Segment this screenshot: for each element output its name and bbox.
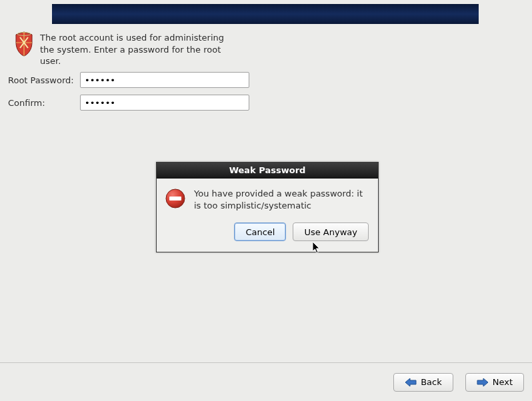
shield-icon: [13, 31, 35, 57]
root-password-label: Root Password:: [8, 75, 80, 85]
cancel-button-label: Cancel: [245, 227, 275, 237]
use-anyway-button-label: Use Anyway: [304, 227, 357, 237]
header-banner: [52, 4, 479, 24]
weak-password-dialog: Weak Password You have provided a weak p…: [156, 162, 379, 252]
back-button-label: Back: [421, 377, 442, 387]
intro-section: The root account is used for administeri…: [13, 31, 240, 67]
error-icon: [165, 188, 186, 209]
password-form: Root Password: Confirm:: [8, 72, 249, 117]
bottom-nav: Back Next: [0, 362, 532, 401]
next-button[interactable]: Next: [465, 373, 524, 392]
dialog-title: Weak Password: [157, 163, 378, 179]
intro-text: The root account is used for administeri…: [40, 31, 240, 67]
root-password-row: Root Password:: [8, 72, 249, 88]
dialog-message: You have provided a weak password: it is…: [194, 188, 367, 212]
dialog-body: You have provided a weak password: it is…: [157, 179, 378, 218]
dialog-button-row: Cancel Use Anyway: [157, 218, 378, 252]
back-button[interactable]: Back: [393, 373, 453, 392]
next-button-label: Next: [493, 377, 513, 387]
cancel-button[interactable]: Cancel: [234, 222, 286, 241]
arrow-right-icon: [477, 378, 489, 387]
root-password-input[interactable]: [80, 72, 249, 88]
confirm-label: Confirm:: [8, 98, 80, 108]
use-anyway-button[interactable]: Use Anyway: [293, 222, 369, 241]
arrow-left-icon: [405, 378, 417, 387]
confirm-input[interactable]: [80, 95, 249, 111]
svg-rect-2: [169, 197, 181, 200]
confirm-row: Confirm:: [8, 95, 249, 111]
